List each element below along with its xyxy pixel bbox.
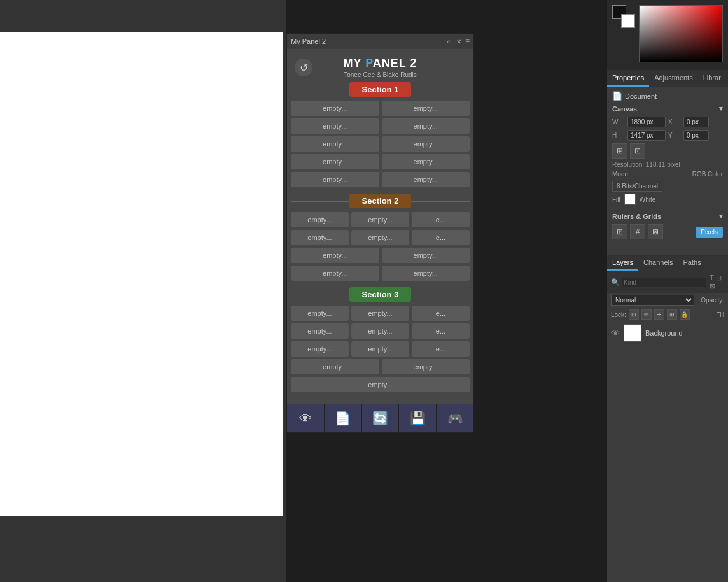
bits-channel-value[interactable]: 8 Bits/Channel bbox=[612, 181, 662, 192]
section-2-btn-2-2[interactable]: empty... bbox=[351, 230, 409, 245]
resolution-value: 118.11 bbox=[646, 161, 666, 168]
tab-properties[interactable]: Properties bbox=[607, 70, 649, 87]
background-swatch[interactable] bbox=[621, 14, 635, 28]
lock-icon-1[interactable]: ⊡ bbox=[629, 309, 639, 320]
ruler-icon-2[interactable]: # bbox=[630, 224, 645, 239]
canvas-area bbox=[0, 0, 286, 582]
layer-item-background[interactable]: 👁 Background bbox=[607, 322, 728, 344]
tab-library[interactable]: Librar bbox=[698, 70, 726, 87]
section-2-btn-1-2[interactable]: empty... bbox=[351, 212, 409, 227]
ruler-icon-3[interactable]: ⊠ bbox=[648, 224, 663, 239]
canvas-icon-1[interactable]: ⊞ bbox=[612, 143, 627, 159]
section-3-label: Section 3 bbox=[291, 287, 470, 302]
reset-button[interactable]: ↺ bbox=[295, 59, 312, 76]
section-2-row-3: empty... empty... bbox=[291, 248, 470, 263]
section-3-btn-1-2[interactable]: empty... bbox=[351, 306, 409, 321]
lock-label: Lock: bbox=[611, 311, 626, 318]
rulers-icons-row: ⊞ # ⊠ Pixels bbox=[612, 224, 723, 239]
title-blue-char: P bbox=[365, 57, 373, 69]
section-2-btn-3-1[interactable]: empty... bbox=[291, 248, 379, 263]
section-3-btn-4-2[interactable]: empty... bbox=[382, 359, 470, 374]
section-3-btn-3-1[interactable]: empty... bbox=[291, 341, 349, 357]
tab-adjustments[interactable]: Adjustments bbox=[649, 70, 698, 87]
ruler-icon-1[interactable]: ⊞ bbox=[612, 224, 627, 239]
panel-menu-btn[interactable]: ≡ bbox=[465, 37, 470, 46]
fill-swatch[interactable] bbox=[624, 194, 636, 205]
toolbar-refresh-btn[interactable]: 🔄 bbox=[362, 404, 400, 432]
layer-thumbnail bbox=[624, 324, 641, 342]
section-1-btn-5-2[interactable]: empty... bbox=[382, 172, 470, 187]
canvas-icon-2[interactable]: ⊡ bbox=[630, 143, 645, 159]
divider-2 bbox=[607, 250, 728, 250]
section-3-btn-3-3[interactable]: e... bbox=[412, 341, 470, 357]
y-input[interactable] bbox=[683, 130, 709, 141]
section-2-btn-3-2[interactable]: empty... bbox=[382, 248, 470, 263]
section-2-row-4: empty... empty... bbox=[291, 266, 470, 281]
tab-paths[interactable]: Paths bbox=[678, 255, 706, 271]
section-3-btn-1-3[interactable]: e... bbox=[412, 306, 470, 321]
lock-icon-2[interactable]: ✏ bbox=[641, 309, 652, 320]
section-1-btn-1-2[interactable]: empty... bbox=[382, 101, 470, 116]
rulers-grids-header[interactable]: Rulers & Grids ▾ bbox=[612, 212, 723, 220]
lock-icon-3[interactable]: ✛ bbox=[654, 309, 664, 320]
right-panel: Properties Adjustments Librar 📄 Document… bbox=[607, 0, 728, 582]
panel-header-title: MY PANEL 2 Tonee Gee & Blake Rudis bbox=[291, 57, 470, 78]
tab-channels[interactable]: Channels bbox=[638, 255, 678, 271]
titlebar-arrow-left[interactable]: « bbox=[445, 38, 452, 45]
fill-layers-label: Fill bbox=[716, 311, 724, 318]
lock-icon-5[interactable]: 🔒 bbox=[680, 309, 690, 320]
section-3-btn-2-3[interactable]: e... bbox=[412, 323, 470, 339]
width-input[interactable] bbox=[627, 117, 666, 127]
section-3-btn-3-2[interactable]: empty... bbox=[351, 341, 409, 357]
lock-icon-4[interactable]: ⊞ bbox=[667, 309, 677, 320]
section-1-btn-2-2[interactable]: empty... bbox=[382, 118, 470, 134]
section-3-row-1: empty... empty... e... bbox=[291, 306, 470, 321]
section-2-btn-2-1[interactable]: empty... bbox=[291, 230, 349, 245]
section-2-btn-4-1[interactable]: empty... bbox=[291, 266, 379, 281]
layers-blend-row: Normal Opacity: bbox=[607, 293, 728, 308]
toolbar-doc-btn[interactable]: 📄 bbox=[325, 404, 362, 432]
section-3-btn-4-1[interactable]: empty... bbox=[291, 359, 379, 374]
toolbar-eye-btn[interactable]: 👁 bbox=[287, 404, 325, 432]
section-2-btn-4-2[interactable]: empty... bbox=[382, 266, 470, 281]
blend-mode-select[interactable]: Normal bbox=[611, 295, 694, 306]
section-1-btn-3-1[interactable]: empty... bbox=[291, 136, 379, 152]
document-section: 📄 Document Canvas ▾ W X H Y ⊞ bbox=[607, 87, 728, 247]
section-2-btn-1-1[interactable]: empty... bbox=[291, 212, 349, 227]
x-input[interactable] bbox=[683, 117, 709, 127]
section-3-btn-2-1[interactable]: empty... bbox=[291, 323, 349, 339]
section-3-btn-5-1[interactable]: empty... bbox=[291, 377, 470, 392]
toolbar-gamepad-btn[interactable]: 🎮 bbox=[437, 404, 473, 432]
width-label: W bbox=[612, 118, 625, 125]
section-2-block: Section 2 empty... empty... e... empty..… bbox=[291, 194, 470, 281]
divider-1 bbox=[612, 209, 723, 209]
panel-content: ↺ MY PANEL 2 Tonee Gee & Blake Rudis Sec… bbox=[287, 49, 473, 404]
pixels-button[interactable]: Pixels bbox=[696, 227, 723, 238]
toolbar-save-btn[interactable]: 💾 bbox=[399, 404, 437, 432]
tab-layers[interactable]: Layers bbox=[607, 255, 638, 271]
section-1-row-2: empty... empty... bbox=[291, 118, 470, 134]
color-gradient[interactable] bbox=[639, 5, 723, 62]
section-3-btn-1-1[interactable]: empty... bbox=[291, 306, 349, 321]
white-canvas bbox=[0, 32, 283, 516]
section-3-btn-2-2[interactable]: empty... bbox=[351, 323, 409, 339]
canvas-section-header[interactable]: Canvas ▾ bbox=[612, 104, 723, 113]
section-1-btn-2-1[interactable]: empty... bbox=[291, 118, 379, 134]
layers-kind-input[interactable] bbox=[622, 278, 706, 287]
titlebar-close[interactable]: ✕ bbox=[455, 38, 463, 45]
layer-visibility-icon[interactable]: 👁 bbox=[611, 328, 620, 338]
panel-title-text: My Panel 2 bbox=[291, 38, 326, 45]
section-2-btn-1-3[interactable]: e... bbox=[412, 212, 470, 227]
section-2-btn-2-3[interactable]: e... bbox=[412, 230, 470, 245]
section-1-btn-4-2[interactable]: empty... bbox=[382, 154, 470, 169]
section-1-btn-5-1[interactable]: empty... bbox=[291, 172, 379, 187]
section-1-label: Section 1 bbox=[291, 82, 470, 97]
section-1-btn-3-2[interactable]: empty... bbox=[382, 136, 470, 152]
resolution-row: Resolution: 118.11 pixel bbox=[612, 161, 723, 168]
height-input[interactable] bbox=[627, 130, 666, 141]
height-label: H bbox=[612, 132, 625, 139]
panel-window: My Panel 2 « ✕ ≡ ↺ MY PANEL 2 Tonee Gee … bbox=[286, 33, 474, 433]
section-1-btn-1-1[interactable]: empty... bbox=[291, 101, 379, 116]
section-1-btn-4-1[interactable]: empty... bbox=[291, 154, 379, 169]
color-swatches[interactable] bbox=[612, 5, 635, 28]
